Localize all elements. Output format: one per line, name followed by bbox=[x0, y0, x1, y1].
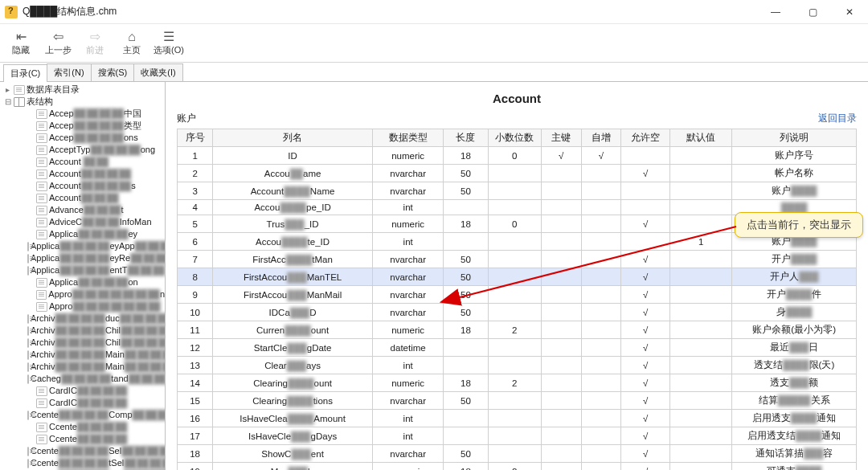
tree-item[interactable]: AdviceC██████InfoMan bbox=[3, 216, 165, 228]
tree-label: 数据库表目录 bbox=[27, 84, 80, 96]
tree-item[interactable]: Archiv████████Main████████ bbox=[3, 349, 165, 361]
page-icon bbox=[36, 182, 47, 191]
page-icon bbox=[27, 338, 29, 348]
tree-item[interactable]: Archiv████████duc████████le bbox=[3, 313, 165, 325]
table-row[interactable]: 13Clear███aysint√透支结████限(天) bbox=[178, 357, 857, 374]
highlight-tooltip: 点击当前行，突出显示 bbox=[735, 212, 863, 238]
column-header: 数据类型 bbox=[372, 129, 443, 147]
table-row[interactable]: 15Clearing████tionsnvarchar50√结算█████关系 bbox=[178, 392, 857, 410]
column-header: 列名 bbox=[213, 129, 373, 147]
table-cell: 18 bbox=[444, 215, 488, 233]
tree-item-label: Applica████████ey bbox=[49, 228, 137, 240]
tree-item[interactable]: CardIC████████ bbox=[3, 385, 165, 397]
table-cell: Trus███_ID bbox=[213, 215, 373, 233]
home-button[interactable]: ⌂主页 bbox=[114, 26, 149, 61]
table-cell: 帐户名称 bbox=[732, 165, 857, 182]
table-row[interactable]: 7FirstAcc████tMannvarchar50√开户████ bbox=[178, 251, 857, 268]
table-cell bbox=[581, 233, 621, 251]
column-header: 列说明 bbox=[732, 129, 857, 147]
table-row[interactable]: 18ShowC███entnvarchar50√通知话算描███容 bbox=[178, 445, 857, 463]
table-row[interactable]: 17IsHaveCle███gDaysint√启用透支结████通知 bbox=[178, 427, 857, 445]
table-row[interactable]: 19Max███lsnumeric182√可透支████ bbox=[178, 463, 857, 471]
tree-item[interactable]: Account██████ bbox=[3, 192, 165, 204]
tree-item[interactable]: Accep████████ons bbox=[3, 132, 165, 144]
table-row[interactable]: 16IsHaveClea████Amountint√启用透支████通知 bbox=[178, 410, 857, 427]
tree-item-label: Archiv████████duc████████le bbox=[31, 313, 166, 325]
table-cell: 18 bbox=[444, 463, 488, 471]
tree-item[interactable]: Advance██████t bbox=[3, 204, 165, 216]
table-cell: Account████Name bbox=[213, 182, 373, 200]
table-cell: √ bbox=[621, 427, 670, 445]
tree-item[interactable]: Appro██████████████n bbox=[3, 288, 165, 300]
window-close-button[interactable]: ✕ bbox=[831, 0, 868, 24]
window-minimize-button[interactable]: — bbox=[757, 0, 794, 24]
tree-item[interactable]: Ccente████████ bbox=[3, 421, 165, 433]
tab-favorites[interactable]: 收藏夹(I) bbox=[133, 63, 182, 81]
table-cell: 账户序号 bbox=[732, 147, 857, 165]
table-cell bbox=[444, 357, 488, 374]
expand-icon[interactable]: ▸ bbox=[3, 84, 12, 96]
back-to-toc-link[interactable]: 返回目录 bbox=[818, 112, 857, 125]
tree-item[interactable]: Applica████████on bbox=[3, 276, 165, 288]
table-cell: nvarchar bbox=[372, 165, 443, 182]
home-button-icon: ⌂ bbox=[128, 30, 136, 44]
table-cell bbox=[541, 215, 581, 233]
window-maximize-button[interactable]: ▢ bbox=[794, 0, 831, 24]
table-row[interactable]: 2Accou██amenvarchar50√帐户名称 bbox=[178, 165, 857, 182]
tree-item[interactable]: Appro██████████████ bbox=[3, 300, 165, 313]
tree-item[interactable]: Ccente████████Comp████████ bbox=[3, 409, 165, 421]
tab-search[interactable]: 搜索(S) bbox=[91, 63, 135, 81]
table-row[interactable]: 12StartCle███gDatedatetime√最近███日 bbox=[178, 339, 857, 357]
table-row[interactable]: 11Curren████ountnumeric182√账户余额(最小为零) bbox=[178, 321, 857, 339]
table-row[interactable]: 8FirstAccou███ManTELnvarchar50√开户人███ bbox=[178, 268, 857, 286]
tree-item[interactable]: Archiv████████Main████████ bbox=[3, 361, 165, 373]
page-icon bbox=[27, 350, 29, 360]
tree-item[interactable]: Applica████████eyRe██████ bbox=[3, 252, 165, 264]
table-cell bbox=[488, 445, 541, 463]
tree-item[interactable]: Archiv████████Chil████████ bbox=[3, 337, 165, 349]
table-cell: √ bbox=[621, 268, 670, 286]
tree-item[interactable]: Ccente████████tSel████████and bbox=[3, 457, 165, 469]
page-icon bbox=[36, 194, 47, 203]
tree-view[interactable]: ▸数据库表目录⊟表结构Accep████████中国Accep████████类… bbox=[0, 82, 165, 470]
page-icon bbox=[14, 85, 25, 95]
tree-item[interactable]: Ccente████████ bbox=[3, 433, 165, 445]
tree-item[interactable]: Account ████ bbox=[3, 156, 165, 168]
tree-item[interactable]: Applica████████ey bbox=[3, 228, 165, 240]
hide-button[interactable]: ⇤隐藏 bbox=[3, 26, 39, 61]
tree-item[interactable]: Applica████████eyApp██████l bbox=[3, 240, 165, 252]
table-row[interactable]: 9FirstAccou███ManMailnvarchar50√开户████件 bbox=[178, 286, 857, 304]
tab-contents[interactable]: 目录(C) bbox=[3, 64, 47, 82]
tree-item[interactable]: AcceptTyp████████ong bbox=[3, 144, 165, 156]
table-cell bbox=[581, 321, 621, 339]
table-cell bbox=[581, 268, 621, 286]
tree-root[interactable]: ▸数据库表目录 bbox=[3, 84, 165, 96]
table-row[interactable]: 1IDnumeric180√√账户序号 bbox=[178, 147, 857, 165]
table-row[interactable]: 3Account████Namenvarchar50账户████ bbox=[178, 182, 857, 200]
tree-item-label: Account████████s bbox=[49, 180, 136, 192]
tree-item[interactable]: Applica████████entT██████ bbox=[3, 264, 165, 276]
table-cell: nvarchar bbox=[372, 286, 443, 304]
table-row[interactable]: 14Clearing████ountnumeric182√透支███额 bbox=[178, 374, 857, 392]
table-cell: 最近███日 bbox=[732, 339, 857, 357]
tree-item[interactable]: Account████████s bbox=[3, 180, 165, 192]
tree-item[interactable]: Archiv████████Chil████████ldDa████ bbox=[3, 325, 165, 337]
options-button[interactable]: ☰选项(O) bbox=[151, 26, 186, 61]
tab-index[interactable]: 索引(N) bbox=[47, 63, 91, 81]
table-row[interactable]: 10IDCa███Dnvarchar50√身████ bbox=[178, 304, 857, 321]
tree-root[interactable]: ⊟表结构 bbox=[3, 96, 165, 108]
tree-item[interactable]: Account████████ bbox=[3, 168, 165, 180]
back-button[interactable]: ⇦上一步 bbox=[40, 26, 76, 61]
table-cell: Accou████pe_ID bbox=[213, 200, 373, 215]
tree-item[interactable]: Accep████████类型 bbox=[3, 120, 165, 132]
table-cell bbox=[669, 339, 731, 357]
expand-icon[interactable]: ⊟ bbox=[3, 96, 12, 108]
table-cell bbox=[488, 392, 541, 410]
column-header: 小数位数 bbox=[488, 129, 541, 147]
table-cell bbox=[444, 410, 488, 427]
tree-item[interactable]: Accep████████中国 bbox=[3, 108, 165, 120]
table-cell bbox=[488, 182, 541, 200]
tree-item[interactable]: CardIC████████ bbox=[3, 397, 165, 409]
tree-item[interactable]: Ccente████████Sel████████lass bbox=[3, 445, 165, 457]
tree-item[interactable]: Cacheg████████tand████████lass██ bbox=[3, 373, 165, 385]
